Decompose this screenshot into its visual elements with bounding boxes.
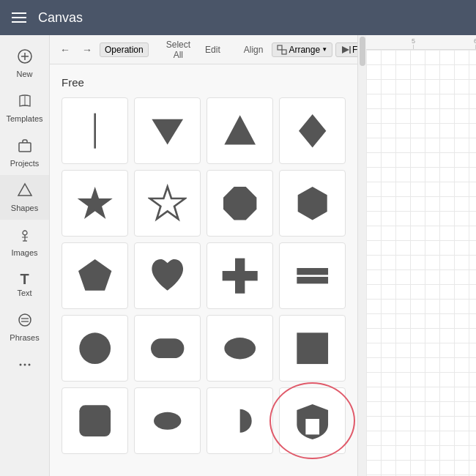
svg-marker-19 bbox=[224, 115, 256, 144]
svg-rect-27 bbox=[222, 271, 257, 280]
svg-marker-4 bbox=[18, 184, 31, 196]
shape-ellipse[interactable] bbox=[134, 387, 201, 454]
shape-plus[interactable] bbox=[207, 242, 273, 309]
svg-marker-23 bbox=[223, 187, 256, 220]
app-title: Canvas bbox=[38, 10, 83, 26]
sidebar-label-templates: Templates bbox=[6, 114, 42, 123]
sidebar-label-new: New bbox=[16, 70, 32, 78]
svg-marker-21 bbox=[77, 187, 112, 219]
projects-icon bbox=[17, 138, 33, 157]
svg-rect-14 bbox=[282, 50, 286, 54]
shape-star-outline[interactable] bbox=[134, 170, 201, 237]
shape-hexagon[interactable] bbox=[279, 170, 346, 237]
scrollbar-thumb[interactable] bbox=[360, 37, 365, 66]
shape-triangle-down[interactable] bbox=[134, 97, 201, 164]
svg-point-7 bbox=[19, 314, 31, 326]
svg-marker-24 bbox=[297, 187, 327, 220]
sidebar-label-shapes: Shapes bbox=[11, 204, 38, 212]
sidebar-item-projects[interactable]: Projects bbox=[0, 130, 49, 175]
svg-rect-13 bbox=[278, 45, 282, 50]
more-icon bbox=[17, 357, 33, 376]
svg-point-10 bbox=[19, 364, 21, 366]
svg-marker-18 bbox=[152, 119, 183, 144]
shape-octagon[interactable] bbox=[207, 170, 273, 237]
flip-button[interactable]: Flip ▼ bbox=[335, 42, 357, 57]
shape-half-circle[interactable] bbox=[207, 387, 273, 454]
phrases-icon bbox=[17, 312, 33, 331]
shapes-panel: Free bbox=[50, 64, 357, 476]
svg-point-11 bbox=[23, 364, 26, 366]
svg-rect-29 bbox=[297, 277, 328, 283]
shape-oval[interactable] bbox=[207, 315, 273, 382]
svg-marker-25 bbox=[78, 259, 111, 291]
sidebar-item-new[interactable]: New bbox=[0, 41, 49, 86]
edit-button[interactable]: Edit bbox=[199, 42, 226, 58]
shape-equals[interactable] bbox=[279, 242, 346, 309]
arrange-button[interactable]: Arrange ▼ bbox=[272, 42, 332, 57]
section-title: Free bbox=[62, 76, 346, 89]
shape-rounded-square[interactable] bbox=[62, 387, 128, 454]
sidebar-item-shapes[interactable]: Shapes bbox=[0, 175, 49, 220]
svg-marker-15 bbox=[342, 46, 349, 53]
shape-star-filled[interactable] bbox=[62, 170, 128, 237]
select-all-button[interactable]: Select All bbox=[160, 37, 196, 63]
svg-rect-34 bbox=[79, 405, 111, 436]
canvas-area: 5 6 bbox=[366, 35, 476, 476]
shape-line[interactable] bbox=[62, 97, 128, 164]
nav-buttons: ← → bbox=[56, 41, 97, 59]
svg-point-5 bbox=[23, 231, 27, 235]
svg-rect-36 bbox=[305, 419, 319, 434]
new-icon bbox=[17, 48, 33, 67]
ruler-horizontal: 5 6 bbox=[366, 35, 476, 50]
operation-button[interactable]: Operation bbox=[100, 42, 149, 57]
sidebar-label-projects: Projects bbox=[10, 159, 40, 168]
shapes-content-panel: ← → Operation Select All Edit Align Arra… bbox=[50, 35, 357, 476]
svg-point-30 bbox=[79, 332, 111, 364]
sidebar-item-templates[interactable]: Templates bbox=[0, 86, 49, 130]
sidebar-label-text: Text bbox=[17, 289, 31, 297]
shapes-icon bbox=[17, 182, 33, 201]
ruler-mark-5: 5 bbox=[412, 37, 415, 49]
forward-button[interactable]: → bbox=[78, 41, 97, 59]
sidebar-item-more[interactable] bbox=[0, 349, 49, 383]
svg-point-35 bbox=[154, 412, 181, 429]
images-icon bbox=[17, 227, 33, 246]
sidebar-item-phrases[interactable]: Phrases bbox=[0, 305, 49, 349]
svg-point-12 bbox=[28, 364, 30, 366]
text-icon: T bbox=[20, 272, 29, 286]
align-button[interactable]: Align bbox=[238, 42, 269, 58]
shape-circle[interactable] bbox=[62, 315, 128, 382]
shape-diamond[interactable] bbox=[279, 97, 346, 164]
svg-rect-31 bbox=[151, 338, 184, 358]
sidebar-label-phrases: Phrases bbox=[10, 333, 39, 342]
svg-point-32 bbox=[224, 338, 256, 359]
svg-rect-28 bbox=[297, 268, 328, 275]
canvas-grid[interactable] bbox=[366, 50, 476, 476]
sidebar-item-text[interactable]: T Text bbox=[0, 264, 49, 305]
shape-shield[interactable] bbox=[279, 387, 346, 454]
ruler-marks: 5 6 bbox=[368, 35, 476, 49]
shape-triangle-up[interactable] bbox=[207, 97, 273, 164]
sidebar: New Templates Projects bbox=[0, 35, 50, 476]
shape-square[interactable] bbox=[279, 315, 346, 382]
shape-heart[interactable] bbox=[134, 242, 201, 309]
menu-icon[interactable] bbox=[12, 12, 26, 23]
shape-rounded-rect[interactable] bbox=[134, 315, 201, 382]
main-layout: New Templates Projects bbox=[0, 35, 476, 476]
panel-scrollbar[interactable] bbox=[357, 35, 366, 476]
templates-icon bbox=[17, 93, 33, 112]
shape-pentagon[interactable] bbox=[62, 242, 128, 309]
back-button[interactable]: ← bbox=[56, 41, 75, 59]
svg-marker-20 bbox=[299, 114, 326, 147]
svg-rect-33 bbox=[297, 332, 328, 364]
svg-marker-22 bbox=[149, 187, 185, 219]
shapes-grid bbox=[62, 97, 346, 454]
toolbar: ← → Operation Select All Edit Align Arra… bbox=[50, 35, 357, 64]
sidebar-item-images[interactable]: Images bbox=[0, 220, 49, 264]
svg-rect-3 bbox=[19, 143, 31, 152]
app-header: Canvas bbox=[0, 0, 476, 35]
sidebar-label-images: Images bbox=[11, 248, 37, 257]
